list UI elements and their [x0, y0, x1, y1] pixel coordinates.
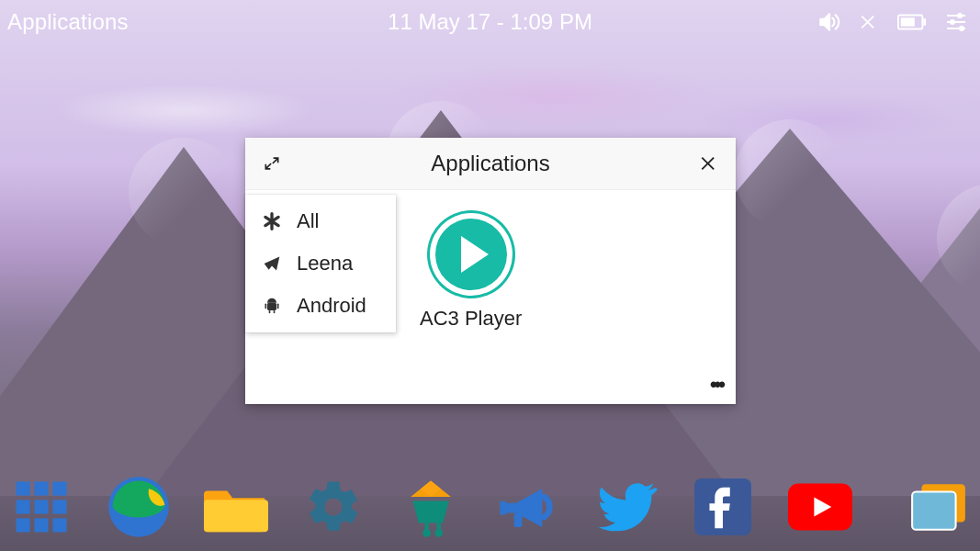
- svg-rect-18: [34, 482, 48, 496]
- svg-rect-16: [274, 310, 276, 313]
- more-icon[interactable]: •••: [710, 373, 723, 397]
- dock-files[interactable]: [204, 475, 268, 539]
- svg-rect-17: [17, 482, 30, 496]
- category-android[interactable]: Android: [245, 285, 396, 327]
- category-label: Leena: [297, 252, 353, 276]
- svg-rect-20: [17, 500, 30, 513]
- svg-rect-22: [52, 500, 66, 513]
- svg-rect-24: [34, 518, 48, 532]
- applications-panel: Applications All Leena: [245, 138, 736, 404]
- category-menu: All Leena Android: [245, 195, 396, 332]
- android-icon: [262, 297, 282, 315]
- dock-twitter[interactable]: [593, 475, 658, 539]
- dock-settings[interactable]: [301, 475, 366, 539]
- svg-rect-15: [269, 310, 271, 313]
- svg-rect-21: [34, 500, 48, 513]
- settings-sliders-icon[interactable]: [945, 11, 967, 33]
- dock-multitask[interactable]: [907, 475, 971, 539]
- app-ac3-player[interactable]: AC3 Player: [420, 213, 522, 331]
- svg-rect-32: [500, 500, 506, 514]
- close-icon[interactable]: [693, 148, 725, 179]
- svg-rect-10: [267, 303, 276, 310]
- play-icon: [430, 213, 513, 296]
- status-bar: Applications 11 May 17 - 1:09 PM: [0, 0, 980, 44]
- category-all[interactable]: All: [245, 200, 396, 242]
- dock-facebook[interactable]: [691, 475, 755, 539]
- category-label: All: [297, 209, 319, 233]
- close-session-icon[interactable]: [859, 12, 879, 32]
- dock-store[interactable]: [399, 475, 463, 539]
- svg-marker-0: [820, 14, 829, 29]
- svg-rect-25: [52, 518, 66, 532]
- category-label: Android: [297, 294, 366, 318]
- svg-rect-27: [204, 500, 268, 532]
- volume-icon[interactable]: [817, 10, 840, 34]
- svg-rect-13: [265, 304, 267, 309]
- svg-rect-33: [514, 513, 523, 527]
- panel-title: Applications: [287, 151, 693, 176]
- svg-point-5: [957, 13, 963, 18]
- svg-point-31: [434, 529, 443, 537]
- expand-icon[interactable]: [256, 148, 287, 179]
- svg-point-9: [959, 26, 964, 31]
- svg-rect-23: [17, 518, 30, 532]
- category-leena[interactable]: Leena: [245, 242, 396, 285]
- asterisk-icon: [262, 212, 282, 231]
- dock-announcements[interactable]: [496, 475, 560, 539]
- svg-rect-2: [923, 18, 926, 26]
- dock-youtube[interactable]: [788, 475, 852, 539]
- svg-point-7: [950, 19, 955, 25]
- battery-icon[interactable]: [897, 13, 927, 31]
- svg-rect-19: [52, 482, 66, 496]
- dock: [0, 463, 980, 551]
- svg-rect-3: [901, 17, 915, 26]
- svg-rect-38: [912, 492, 955, 530]
- app-label: AC3 Player: [420, 307, 522, 331]
- applications-menu[interactable]: Applications: [7, 9, 129, 35]
- dock-app-drawer[interactable]: [9, 475, 73, 539]
- paper-plane-icon: [262, 254, 282, 273]
- svg-point-30: [422, 529, 431, 537]
- svg-rect-14: [277, 304, 279, 309]
- dock-browser[interactable]: [107, 475, 171, 539]
